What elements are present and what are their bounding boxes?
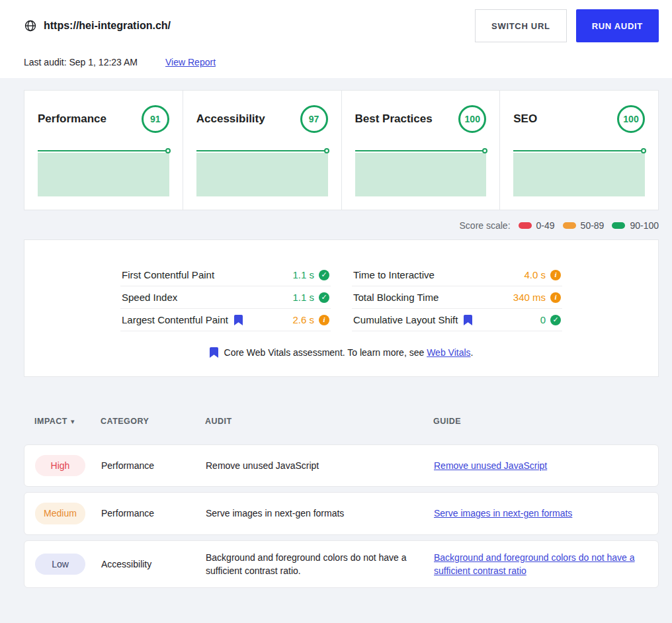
switch-url-button[interactable]: SWITCH URL — [475, 9, 567, 42]
sparkline-line — [513, 150, 645, 151]
check-icon — [550, 315, 561, 325]
sparkline-point — [324, 148, 329, 153]
web-vitals-link[interactable]: Web Vitals — [427, 347, 470, 358]
sparkline-point — [482, 148, 487, 153]
audit-cell: Background and foreground colors do not … — [206, 551, 434, 578]
metric-value: 4.0 s — [524, 269, 546, 280]
metric-first-contentful-paint: First Contentful Paint 1.1 s — [120, 264, 331, 286]
score-card-performance: Performance 91 — [24, 90, 183, 210]
sparkline-area — [38, 153, 169, 196]
sparkline-line — [38, 150, 169, 151]
sparkline-point — [165, 148, 171, 153]
bookmark-icon — [210, 347, 218, 358]
score-badge: 91 — [142, 105, 169, 133]
metric-time-to-interactive: Time to Interactive 4.0 s — [352, 264, 562, 286]
score-trend-sparkline — [355, 150, 487, 196]
category-cell: Performance — [101, 459, 206, 472]
sort-descending-icon: ▾ — [71, 417, 75, 426]
core-web-vitals-note: Core Web Vitals assessment. To learn mor… — [24, 347, 658, 358]
check-icon — [319, 292, 329, 303]
score-card-title: SEO — [513, 112, 537, 126]
main-content: Performance 91 Accessibility 97 Best P — [0, 78, 672, 588]
column-header-audit: AUDIT — [205, 417, 433, 426]
column-header-impact[interactable]: IMPACT ▾ — [34, 417, 101, 426]
table-row: High Performance Remove unused JavaScrip… — [24, 444, 659, 487]
impact-badge-high: High — [35, 455, 85, 476]
app-header: https://hei-integration.ch/ SWITCH URL R… — [0, 0, 672, 78]
bookmark-icon — [464, 315, 472, 325]
score-badge: 97 — [300, 105, 328, 133]
score-card-title: Performance — [38, 112, 106, 126]
run-audit-button[interactable]: RUN AUDIT — [576, 9, 659, 42]
audit-cell: Remove unused JavaScript — [206, 459, 434, 472]
metric-value: 0 — [540, 314, 546, 325]
metric-speed-index: Speed Index 1.1 s — [120, 286, 331, 309]
score-scale-legend: Score scale: 0-49 50-89 90-100 — [24, 210, 659, 239]
info-icon — [319, 315, 329, 325]
score-scale-label: Score scale: — [460, 220, 511, 231]
score-trend-sparkline — [196, 150, 328, 196]
sparkline-line — [355, 150, 487, 151]
bookmark-icon — [234, 315, 243, 325]
metric-largest-contentful-paint: Largest Contentful Paint 2.6 s — [120, 309, 331, 331]
scale-range-fail: 0-49 — [519, 220, 555, 231]
score-cards: Performance 91 Accessibility 97 Best P — [24, 90, 659, 210]
sparkline-area — [355, 153, 487, 196]
check-icon — [319, 270, 329, 280]
metrics-card: First Contentful Paint 1.1 s Time to Int… — [24, 239, 659, 377]
audit-findings: IMPACT ▾ CATEGORY AUDIT GUIDE High Perfo… — [24, 377, 659, 588]
guide-link[interactable]: Background and foreground colors do not … — [434, 552, 635, 576]
table-row: Low Accessibility Background and foregro… — [24, 540, 659, 589]
url-row: https://hei-integration.ch/ SWITCH URL R… — [24, 9, 659, 42]
impact-badge-medium: Medium — [35, 503, 85, 524]
table-header-row: IMPACT ▾ CATEGORY AUDIT GUIDE — [24, 377, 659, 444]
table-row: Medium Performance Serve images in next-… — [24, 492, 659, 534]
metric-value: 340 ms — [513, 292, 546, 303]
impact-badge-low: Low — [35, 554, 85, 575]
guide-link[interactable]: Remove unused JavaScript — [434, 460, 547, 471]
guide-link[interactable]: Serve images in next-gen formats — [434, 508, 572, 519]
scale-range-good: 90-100 — [612, 220, 659, 231]
category-cell: Performance — [101, 507, 206, 520]
metric-total-blocking-time: Total Blocking Time 340 ms — [352, 286, 562, 309]
sparkline-line — [196, 150, 328, 151]
scale-range-average: 50-89 — [563, 220, 605, 231]
score-card-accessibility: Accessibility 97 — [183, 90, 342, 210]
info-icon — [550, 292, 561, 303]
note-text: Core Web Vitals assessment. To learn mor… — [224, 347, 425, 358]
column-header-guide: GUIDE — [433, 417, 648, 426]
audit-cell: Serve images in next-gen formats — [206, 507, 434, 520]
sparkline-area — [513, 153, 645, 196]
score-card-title: Accessibility — [196, 112, 265, 126]
score-card-seo: SEO 100 — [500, 90, 659, 210]
red-range-icon — [519, 222, 532, 229]
score-badge: 100 — [458, 105, 486, 133]
score-badge: 100 — [617, 105, 645, 133]
metric-value: 2.6 s — [292, 314, 314, 325]
green-range-icon — [612, 222, 625, 229]
last-audit-row: Last audit: Sep 1, 12:23 AM View Report — [24, 57, 659, 67]
sparkline-point — [641, 148, 646, 153]
orange-range-icon — [563, 222, 576, 229]
view-report-link[interactable]: View Report — [165, 57, 216, 67]
sparkline-area — [196, 153, 328, 196]
last-audit-text: Last audit: Sep 1, 12:23 AM — [24, 57, 138, 67]
score-card-title: Best Practices — [355, 112, 433, 126]
metric-value: 1.1 s — [292, 292, 314, 303]
score-trend-sparkline — [513, 150, 645, 196]
metrics-grid: First Contentful Paint 1.1 s Time to Int… — [24, 264, 658, 331]
metric-value: 1.1 s — [292, 269, 314, 280]
score-card-best-practices: Best Practices 100 — [342, 90, 501, 210]
globe-icon — [24, 19, 37, 32]
metric-cumulative-layout-shift: Cumulative Layout Shift 0 — [352, 309, 562, 331]
category-cell: Accessibility — [101, 558, 206, 571]
column-header-category: CATEGORY — [101, 417, 205, 426]
info-icon — [550, 270, 561, 280]
audited-url: https://hei-integration.ch/ — [44, 20, 171, 32]
score-trend-sparkline — [38, 150, 169, 196]
